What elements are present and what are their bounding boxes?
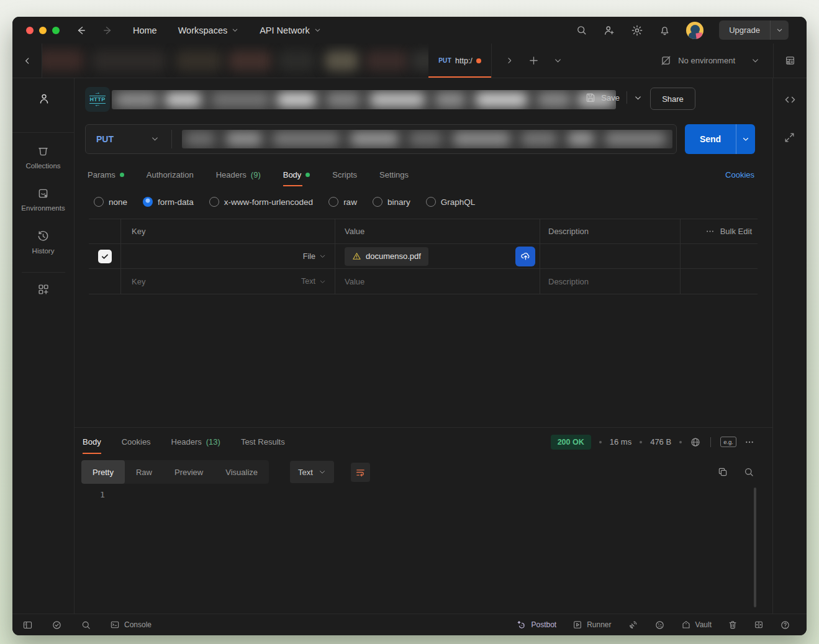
value-type-dropdown[interactable]: File <box>303 252 326 261</box>
body-type-binary[interactable]: binary <box>373 197 410 207</box>
redacted-blob <box>278 51 315 71</box>
tab-authorization[interactable]: Authorization <box>147 163 194 186</box>
tabs-scroll-left-icon[interactable] <box>12 43 42 78</box>
presets-more-icon[interactable] <box>705 227 715 236</box>
method-selector[interactable]: PUT <box>96 125 114 153</box>
response-tab-headers[interactable]: Headers(13) <box>171 430 220 454</box>
send-options-chevron-down-icon[interactable] <box>736 124 755 154</box>
syntax-check-icon[interactable] <box>52 620 62 630</box>
notifications-bell-icon[interactable] <box>659 24 671 36</box>
column-header-description: Description <box>540 219 681 243</box>
user-avatar[interactable] <box>686 22 704 39</box>
user-profile-icon[interactable] <box>37 92 51 106</box>
environment-selector[interactable]: No environment <box>678 56 735 65</box>
minimize-window-button[interactable] <box>39 27 47 34</box>
view-preview[interactable]: Preview <box>163 460 214 484</box>
sidebar-item-environments[interactable]: Environments <box>12 187 74 212</box>
body-type-form-data[interactable]: form-data <box>143 197 194 207</box>
runner-button[interactable]: Runner <box>572 620 611 630</box>
save-options-chevron-down-icon[interactable] <box>634 94 642 102</box>
row-checkbox-checked[interactable] <box>98 250 112 263</box>
cookies-link[interactable]: Cookies <box>725 163 754 186</box>
network-globe-icon[interactable] <box>690 437 701 448</box>
two-pane-layout-icon[interactable] <box>754 620 764 630</box>
wrap-lines-icon[interactable] <box>351 463 370 482</box>
sidebar-item-collections[interactable]: Collections <box>12 145 74 170</box>
send-label[interactable]: Send <box>685 124 736 154</box>
search-icon[interactable] <box>576 24 587 36</box>
bulk-edit-button[interactable]: Bulk Edit <box>720 227 752 236</box>
view-pretty[interactable]: Pretty <box>81 460 125 484</box>
share-button[interactable]: Share <box>650 88 695 110</box>
environment-quick-look-icon[interactable] <box>774 55 807 66</box>
close-window-button[interactable] <box>26 27 34 34</box>
vertical-scrollbar[interactable] <box>754 488 756 607</box>
value-type-dropdown[interactable]: Text <box>301 277 326 286</box>
postbot-button[interactable]: Postbot <box>516 620 556 630</box>
nav-workspaces[interactable]: Workspaces <box>178 25 239 35</box>
key-input-cell[interactable]: Key Text <box>121 269 335 294</box>
configure-modules-icon[interactable] <box>37 283 50 296</box>
tab-params[interactable]: Params <box>88 163 124 186</box>
upgrade-label[interactable]: Upgrade <box>719 20 770 40</box>
method-chevron-down-icon[interactable] <box>151 135 159 143</box>
search-response-icon[interactable] <box>743 466 754 478</box>
body-type-none[interactable]: none <box>94 197 127 207</box>
vault-button[interactable]: Vault <box>681 620 712 630</box>
console-button[interactable]: Console <box>110 620 152 630</box>
toggle-sidebar-icon[interactable] <box>22 620 33 630</box>
trash-icon[interactable] <box>728 620 738 630</box>
tab-scripts[interactable]: Scripts <box>332 163 357 186</box>
save-button[interactable]: Save <box>601 93 620 102</box>
settings-gear-icon[interactable] <box>631 24 643 37</box>
upgrade-button[interactable]: Upgrade <box>719 20 789 40</box>
upgrade-chevron-down-icon[interactable] <box>770 20 789 40</box>
nav-home[interactable]: Home <box>133 25 157 35</box>
value-input-cell[interactable]: documenso.pdf <box>335 244 540 268</box>
expand-panel-icon[interactable] <box>784 132 795 143</box>
cookies-icon[interactable] <box>654 620 665 630</box>
help-icon[interactable] <box>780 620 790 630</box>
maximize-window-button[interactable] <box>52 27 60 34</box>
environment-chevron-down-icon[interactable] <box>751 57 759 65</box>
save-as-example-button[interactable]: e.g. <box>720 437 736 447</box>
status-badge[interactable]: 200 OK <box>551 435 591 450</box>
send-button[interactable]: Send <box>685 124 755 154</box>
body-type-graphql[interactable]: GraphQL <box>426 197 476 207</box>
response-more-icon[interactable] <box>744 437 754 447</box>
key-input-cell[interactable]: File <box>121 244 335 268</box>
back-icon[interactable] <box>76 25 87 36</box>
sidebar-item-label: Environments <box>21 204 65 212</box>
description-input-cell[interactable] <box>540 244 681 268</box>
body-type-x-www-form-urlencoded[interactable]: x-www-form-urlencoded <box>209 197 313 207</box>
save-floppy-icon[interactable] <box>585 92 596 103</box>
value-input-cell[interactable]: Value <box>335 269 540 294</box>
tab-settings[interactable]: Settings <box>379 163 409 186</box>
response-language-dropdown[interactable]: Text <box>290 461 334 483</box>
copy-icon[interactable] <box>717 466 728 478</box>
find-icon[interactable] <box>81 620 91 630</box>
new-tab-plus-icon[interactable] <box>528 55 539 66</box>
response-tab-cookies[interactable]: Cookies <box>122 430 151 454</box>
response-tab-body[interactable]: Body <box>83 430 101 454</box>
tab-label: Body <box>83 437 101 447</box>
body-type-raw[interactable]: raw <box>328 197 357 207</box>
code-snippet-icon[interactable] <box>784 93 797 106</box>
capture-requests-icon[interactable] <box>628 620 638 630</box>
view-raw[interactable]: Raw <box>125 460 163 484</box>
tabs-scroll-right-icon[interactable] <box>505 57 514 65</box>
response-tab-test-results[interactable]: Test Results <box>241 430 285 454</box>
upload-file-button[interactable] <box>515 247 535 266</box>
forward-icon[interactable] <box>102 25 113 36</box>
tab-headers[interactable]: Headers(9) <box>216 163 261 186</box>
invite-user-icon[interactable] <box>603 24 615 37</box>
description-input-cell[interactable]: Description <box>540 269 681 294</box>
nav-api-network[interactable]: API Network <box>260 25 321 35</box>
sidebar-item-history[interactable]: History <box>12 230 74 255</box>
file-chip[interactable]: documenso.pdf <box>345 247 428 266</box>
tab-body[interactable]: Body <box>283 163 310 186</box>
view-visualize[interactable]: Visualize <box>214 460 269 484</box>
redacted-url-input[interactable] <box>182 130 672 148</box>
tab-options-chevron-down-icon[interactable] <box>554 57 562 65</box>
active-request-tab[interactable]: PUT http:/ <box>428 43 492 78</box>
